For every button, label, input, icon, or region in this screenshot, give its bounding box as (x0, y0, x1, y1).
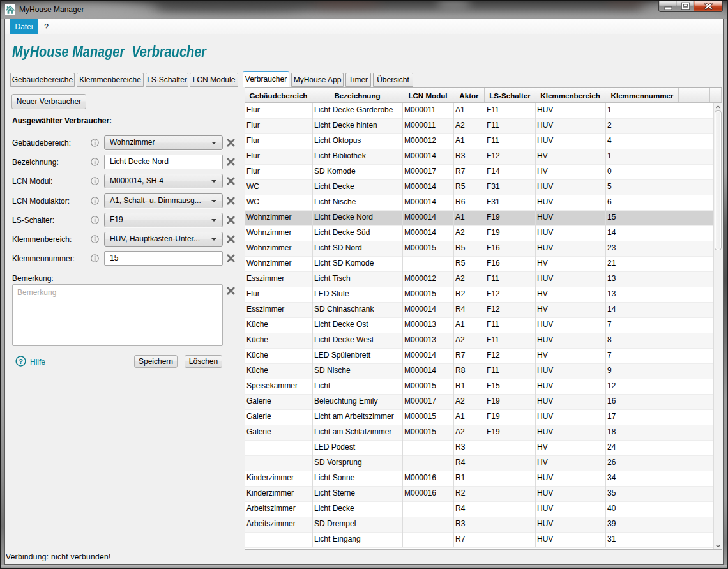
svg-text:?: ? (19, 358, 23, 365)
